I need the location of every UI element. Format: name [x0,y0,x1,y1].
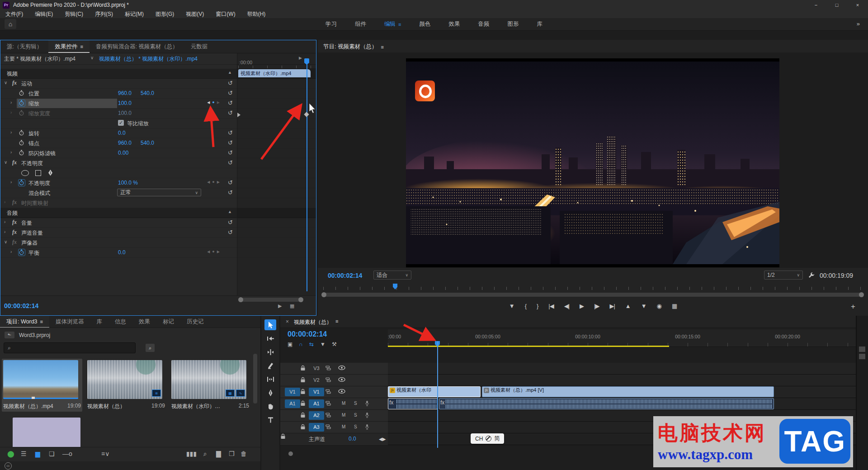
workspace-tab[interactable]: 库 [537,20,542,28]
stopwatch-icon[interactable] [19,140,25,146]
find-in-bin-icon[interactable]: ⌕ [146,344,155,352]
sequence-tab[interactable]: 视频素材（总） ≡ [294,318,338,326]
transport-button[interactable]: ▶| [609,303,614,309]
master-clip-label[interactable]: 主要 * 视频素材（水印）.mp4 [4,55,75,63]
project-toolbar-icon[interactable]: ▆ [35,450,40,457]
master-track-header[interactable]: 主声道 0.0 ◀▶ [280,433,388,446]
project-toolbar-icon[interactable]: ⌕ [203,450,207,458]
thumbnail-scrubber[interactable] [3,398,78,399]
property-value[interactable]: 0.0 [118,249,126,256]
project-toolbar-icon[interactable]: ▮▮▮ [186,450,197,457]
menu-item[interactable]: 剪辑(C) [65,10,83,18]
scrollbar-handle[interactable] [288,451,293,456]
property-value-2[interactable]: 540.0 [141,90,154,96]
property-value[interactable]: 960.0 [118,140,132,146]
project-item[interactable]: ≋ ▦∿ 视频素材（总） 19:09 [86,359,166,412]
solo-button[interactable]: S [354,424,357,429]
next-keyframe-button[interactable]: ▶ [217,180,220,184]
panel-menu-icon[interactable]: ≡ [381,44,383,50]
sync-lock-icon[interactable] [326,400,331,408]
transport-button[interactable]: ▲ [625,303,631,309]
next-keyframe-button[interactable]: ▶ [217,250,220,254]
project-toolbar-icon[interactable]: ≡∨ [101,450,109,457]
property-value[interactable]: 100.0 [118,100,132,106]
track-lane-v1[interactable]: fx视频素材（水印 fx视频素材（总）.mp4 [V] [388,386,856,398]
play-audio-icon[interactable]: ▶ [278,303,282,309]
mute-button[interactable]: M [342,401,345,406]
lock-icon[interactable] [300,389,306,396]
maximize-button[interactable]: □ [826,0,847,10]
effect-timeline-ruler[interactable]: :00:00 [237,58,316,69]
menu-item[interactable]: 窗口(W) [216,10,235,18]
panel-menu-icon[interactable]: ≡ [40,319,43,324]
stopwatch-icon[interactable] [19,130,25,136]
project-toolbar-icon[interactable]: ▇ [216,450,221,457]
solo-button[interactable]: S [354,401,357,406]
video-track-header[interactable]: V1 V1 [280,386,388,398]
source-patch-badge[interactable]: V1 [285,388,300,396]
property-value[interactable]: 960.0 [118,90,132,96]
settings-wrench-icon[interactable] [808,271,815,280]
menu-item[interactable]: 编辑(E) [35,10,53,18]
panel-tab[interactable]: 效果控件 ≡ [48,40,89,53]
voiceover-mic-icon[interactable] [364,424,370,431]
project-toolbar-icon[interactable]: 🗑 [241,450,247,457]
close-button[interactable]: × [847,0,868,10]
solo-button[interactable]: S [354,413,357,418]
property-value-2[interactable]: 540.0 [141,140,154,146]
panel-tab[interactable]: 库 [90,316,108,328]
project-item[interactable]: ≋ ▦∿ 视频素材（总）.mp4 19:09 [2,359,82,412]
panel-tab[interactable]: 元数据 [184,40,214,53]
sequence-clip-label[interactable]: 视频素材（总） * 视频素材（水印）.mp4 [99,55,198,63]
reset-icon[interactable]: ↺ [228,109,233,116]
mute-button[interactable]: M [342,424,345,429]
reset-icon[interactable]: ↺ [228,80,233,86]
razor-tool[interactable] [264,360,276,371]
property-value[interactable]: 100.0 % [118,180,138,186]
current-timecode[interactable]: 00:00:02:14 [4,302,38,309]
sync-lock-icon[interactable] [326,424,331,431]
toggle-effects-icon[interactable]: ▦ [290,303,294,309]
menu-item[interactable]: 序列(S) [95,10,113,18]
next-keyframe-button[interactable]: ▶ [217,100,220,104]
reset-icon[interactable]: ↺ [228,189,233,196]
stopwatch-icon[interactable] [19,110,25,116]
panel-tab[interactable]: 效果 [132,316,156,328]
horizontal-scrollbar[interactable] [323,293,862,297]
twirl-icon[interactable]: › [10,150,12,155]
audio-track-header[interactable]: A1 A1 M S [280,398,388,410]
transport-button[interactable]: { [525,303,526,309]
twirl-icon[interactable]: › [10,249,12,254]
menu-item[interactable]: 视图(V) [186,10,204,18]
mute-button[interactable]: M [342,413,345,418]
master-gain-value[interactable]: 0.0 [349,436,356,442]
ellipse-mask-icon[interactable] [21,170,29,176]
lock-icon[interactable] [300,365,306,372]
panel-menu-icon[interactable]: ≡ [335,318,338,326]
property-value[interactable]: 0.0 [118,130,126,136]
menu-item[interactable]: 图形(G) [156,10,174,18]
twirl-icon[interactable]: › [10,180,12,185]
menu-item[interactable]: 文件(F) [5,10,23,18]
home-icon[interactable]: ⌂ [5,19,16,29]
reset-icon[interactable]: ↺ [228,139,233,146]
twirl-icon[interactable]: › [4,229,5,234]
clip-bar[interactable]: 视频素材（水印）.mp4 [238,69,311,77]
panel-tab[interactable]: 源:（无剪辑） [0,40,48,53]
stopwatch-icon[interactable] [19,90,25,96]
panel-menu-icon[interactable]: ≡ [398,22,401,27]
panel-tab[interactable]: 媒体浏览器 [49,316,90,328]
source-patch-badge[interactable]: A1 [285,399,300,408]
button-editor-plus-icon[interactable]: + [851,302,855,311]
track-target-badge[interactable]: A2 [309,411,324,420]
blend-mode-select[interactable]: 正常∨ [117,189,201,196]
reset-icon[interactable]: ↺ [228,100,233,106]
add-remove-keyframe-button[interactable]: ● [212,180,214,184]
uniform-scale-checkbox[interactable]: ✓ [118,120,124,126]
workspace-tab[interactable]: 音频 [478,20,489,28]
panel-tab[interactable]: 项目: Word3 ≡ [0,316,49,328]
folder-up-icon[interactable]: ⬑ [5,332,14,338]
transport-button[interactable]: } [537,303,538,309]
reset-icon[interactable]: ↺ [228,90,233,96]
lock-icon[interactable] [300,377,306,384]
